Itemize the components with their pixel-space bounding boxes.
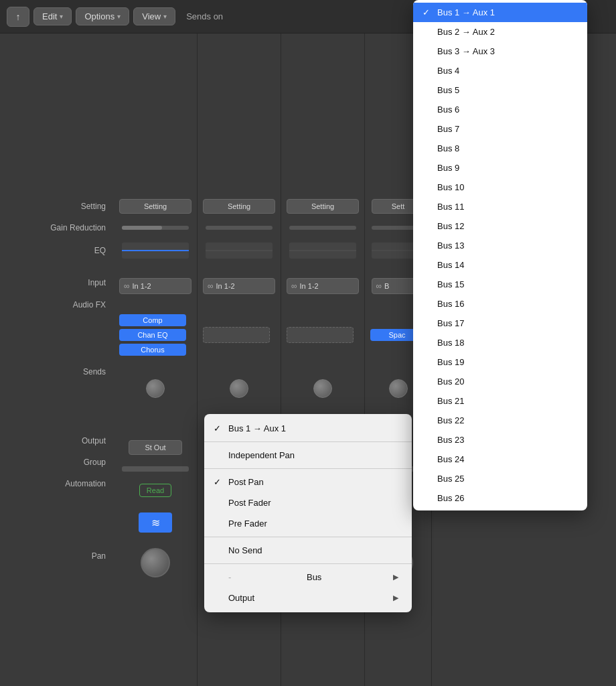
bus-dropdown-item-0[interactable]: ✓Bus 1 → Aux 1 (413, 3, 587, 22)
channel-4-sends-knob[interactable] (389, 379, 408, 398)
context-menu-independent-pan[interactable]: Independent Pan (204, 445, 412, 466)
check-post-pan: ✓ (214, 477, 221, 487)
context-menu-bus-submenu[interactable]: - Bus ▶ (204, 567, 412, 588)
bus-dropdown-item-4[interactable]: Bus 5 (413, 80, 587, 100)
channel-1-sends-cell (114, 368, 197, 409)
bus-dropdown-menu[interactable]: ✓Bus 1 → Aux 1Bus 2 → Aux 2Bus 3 → Aux 3… (413, 0, 587, 510)
output-submenu-arrow: ▶ (393, 594, 398, 602)
context-separator-3 (204, 537, 412, 537)
channel-1-sends-knob[interactable] (146, 379, 165, 398)
bus-dropdown-item-24[interactable]: Bus 25 (413, 469, 587, 488)
channel-2-input-button[interactable]: ∞ In 1-2 (203, 278, 275, 294)
channel-3-input-button[interactable]: ∞ In 1-2 (287, 278, 359, 294)
audio-fx-label: Audio FX (0, 295, 114, 362)
bus-dropdown-item-5[interactable]: Bus 6 (413, 100, 587, 119)
channel-1-audiofx-cell: Comp Chan EQ Chorus (114, 301, 197, 368)
bus-dropdown-item-12[interactable]: Bus 13 (413, 236, 587, 255)
bus-dash-icon: - (228, 572, 231, 582)
bus-submenu-arrow: ▶ (393, 573, 398, 581)
channel-2-input-cell: ∞ In 1-2 (198, 271, 281, 301)
channel-1-setting-cell: Setting (114, 194, 197, 218)
channel-2-setting-button[interactable]: Setting (203, 199, 275, 214)
eq-label: EQ (0, 237, 114, 264)
bus-dropdown-item-6[interactable]: Bus 7 (413, 119, 587, 139)
channel-2-gain-bar[interactable] (206, 226, 273, 230)
bus-dropdown-item-15[interactable]: Bus 16 (413, 294, 587, 314)
view-menu-button[interactable]: View ▾ (133, 7, 175, 25)
channel-1-eq-cell (114, 237, 197, 264)
channel-2-sends-knob[interactable] (230, 379, 248, 398)
context-menu-pre-fader[interactable]: Pre Fader (204, 513, 412, 534)
channel-1-fx-chaneq[interactable]: Chan EQ (119, 329, 186, 341)
channel-2-sends-cell (198, 368, 281, 409)
bus-dropdown-item-16[interactable]: Bus 17 (413, 314, 587, 333)
bus-dropdown-item-23[interactable]: Bus 24 (413, 450, 587, 469)
bus-dropdown-item-20[interactable]: Bus 21 (413, 391, 587, 411)
sends-on-label: Sends on (186, 11, 223, 21)
icon-row-label (0, 496, 114, 536)
channel-1-pan-cell (114, 543, 197, 583)
channel-1-waveform-icon[interactable]: ≋ (139, 512, 172, 533)
channel-1-input-button[interactable]: ∞ In 1-2 (119, 278, 191, 294)
bus-dropdown-item-8[interactable]: Bus 9 (413, 158, 587, 178)
gain-reduction-label: Gain Reduction (0, 218, 114, 237)
bus-dropdown-item-13[interactable]: Bus 14 (413, 255, 587, 275)
channel-3-eq-display[interactable] (289, 243, 356, 259)
channel-3-sends-cell (281, 368, 364, 409)
context-menu-output-submenu[interactable]: Output ▶ (204, 588, 412, 608)
channel-1-fx-comp[interactable]: Comp (119, 314, 186, 326)
bus-dropdown-item-18[interactable]: Bus 19 (413, 352, 587, 372)
channel-strip-1: Setting ∞ In 1-2 (114, 33, 198, 686)
channel-3-sends-knob[interactable] (313, 379, 332, 398)
channel-1-output-cell: St Out (114, 435, 197, 460)
bus-dropdown-item-10[interactable]: Bus 11 (413, 197, 587, 216)
channel-1-input-cell: ∞ In 1-2 (114, 271, 197, 301)
view-dropdown-arrow: ▾ (163, 13, 167, 20)
channel-3-fx-empty[interactable] (287, 327, 354, 343)
bus-dropdown-item-3[interactable]: Bus 4 (413, 61, 587, 80)
channel-1-automation-button[interactable]: Read (139, 484, 171, 497)
bus-dropdown-item-2[interactable]: Bus 3 → Aux 3 (413, 42, 587, 61)
bus-dropdown-item-7[interactable]: Bus 8 (413, 139, 587, 158)
channel-1-eq-display[interactable] (122, 243, 189, 259)
bus-dropdown-item-22[interactable]: Bus 23 (413, 430, 587, 450)
channel-2-fx-empty[interactable] (203, 327, 270, 343)
channel-2-eq-display[interactable] (206, 243, 273, 259)
channel-3-input-cell: ∞ In 1-2 (281, 271, 364, 301)
channel-1-setting-button[interactable]: Setting (119, 199, 191, 214)
context-menu-post-fader[interactable]: Post Fader (204, 492, 412, 513)
setting-label: Setting (0, 194, 114, 218)
context-menu-bus1-aux1[interactable]: ✓ Bus 1 → Aux 1 (204, 418, 412, 439)
edit-menu-button[interactable]: Edit ▾ (33, 7, 72, 25)
channel-1-output-button[interactable]: St Out (129, 440, 182, 455)
context-menu-post-pan[interactable]: ✓ Post Pan (204, 472, 412, 492)
options-menu-button[interactable]: Options ▾ (76, 7, 129, 25)
channel-1-gain-bar[interactable] (122, 226, 189, 230)
bus-dropdown-item-14[interactable]: Bus 15 (413, 275, 587, 294)
channel-3-setting-button[interactable]: Setting (287, 199, 359, 214)
channel-3-eq-cell (281, 237, 364, 264)
channel-2-setting-cell: Setting (198, 194, 281, 218)
bus-dropdown-item-21[interactable]: Bus 22 (413, 411, 587, 430)
check-bus1-aux1: ✓ (214, 423, 221, 433)
sends-label: Sends (0, 362, 114, 402)
channel-2-audiofx-cell (198, 301, 281, 368)
channel-3-gain-bar[interactable] (289, 226, 356, 230)
automation-label: Automation (0, 472, 114, 496)
bus-dropdown-item-25[interactable]: Bus 26 (413, 488, 587, 508)
bus-dropdown-item-17[interactable]: Bus 18 (413, 333, 587, 352)
channel-1-pan-knob[interactable] (141, 548, 170, 577)
channel-1-group-cell (114, 460, 197, 478)
bus-dropdown-item-11[interactable]: Bus 12 (413, 216, 587, 236)
channel-3-setting-cell: Setting (281, 194, 364, 218)
channel-1-icon-cell: ≋ (114, 502, 197, 543)
context-menu-no-send[interactable]: No Send (204, 540, 412, 561)
back-button[interactable]: ↑ (7, 7, 29, 27)
bus-dropdown-item-19[interactable]: Bus 20 (413, 372, 587, 391)
bus-dropdown-item-1[interactable]: Bus 2 → Aux 2 (413, 22, 587, 42)
channel-2-gain-cell (198, 218, 281, 237)
channel-1-fx-chorus[interactable]: Chorus (119, 344, 186, 356)
channel-1-group-bar[interactable] (122, 466, 189, 472)
edit-dropdown-arrow: ▾ (60, 13, 63, 20)
bus-dropdown-item-9[interactable]: Bus 10 (413, 178, 587, 197)
